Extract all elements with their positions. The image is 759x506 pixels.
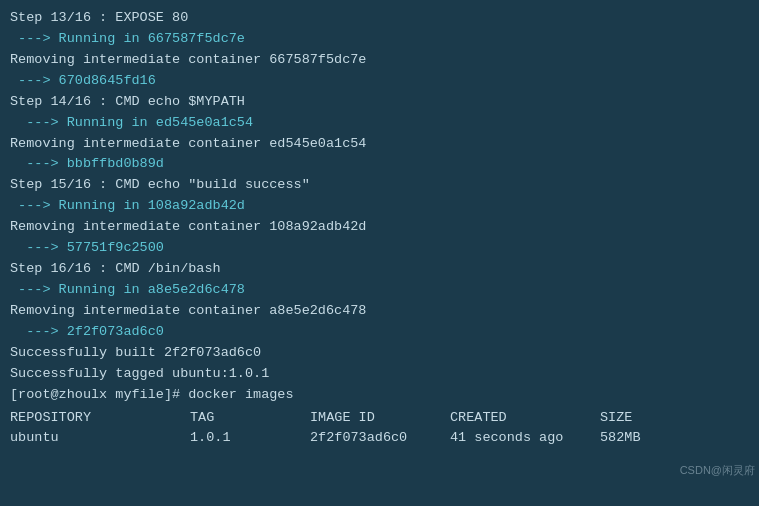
terminal-line: Step 14/16 : CMD echo $MYPATH	[10, 92, 749, 113]
step-label: Step 13/16 : EXPOSE 80	[10, 10, 188, 25]
arrow-line: ---> Running in a8e5e2d6c478	[10, 282, 245, 297]
cell-repository: ubuntu	[10, 428, 190, 449]
arrow-line: ---> bbbffbd0b89d	[10, 156, 164, 171]
terminal-line: ---> Running in a8e5e2d6c478	[10, 280, 749, 301]
arrow-line: ---> 670d8645fd16	[10, 73, 156, 88]
success-tagged-line: Successfully tagged ubuntu:1.0.1	[10, 366, 269, 381]
terminal-line: Step 13/16 : EXPOSE 80	[10, 8, 749, 29]
terminal-line: Step 16/16 : CMD /bin/bash	[10, 259, 749, 280]
terminal-line: ---> Running in 667587f5dc7e	[10, 29, 749, 50]
prompt-text: [root@zhoulx myfile]# docker images	[10, 387, 294, 402]
table-header-row: REPOSITORY TAG IMAGE ID CREATED SIZE	[10, 408, 749, 429]
terminal-line: Removing intermediate container a8e5e2d6…	[10, 301, 749, 322]
terminal-line: Removing intermediate container 108a92ad…	[10, 217, 749, 238]
terminal-prompt-line: [root@zhoulx myfile]# docker images	[10, 385, 749, 406]
cell-created: 41 seconds ago	[450, 428, 600, 449]
cell-size: 582MB	[600, 428, 680, 449]
col-header-tag: TAG	[190, 408, 310, 429]
terminal-line: Successfully built 2f2f073ad6c0	[10, 343, 749, 364]
terminal-line: Removing intermediate container 667587f5…	[10, 50, 749, 71]
arrow-line: ---> 57751f9c2500	[10, 240, 164, 255]
removing-line: Removing intermediate container 667587f5…	[10, 52, 366, 67]
cell-imageid: 2f2f073ad6c0	[310, 428, 450, 449]
watermark-text: CSDN@闲灵府	[680, 463, 755, 478]
success-built-line: Successfully built 2f2f073ad6c0	[10, 345, 261, 360]
arrow-line: ---> Running in ed545e0a1c54	[10, 115, 253, 130]
terminal-line: Removing intermediate container ed545e0a…	[10, 134, 749, 155]
terminal-line: ---> Running in 108a92adb42d	[10, 196, 749, 217]
col-header-imageid: IMAGE ID	[310, 408, 450, 429]
terminal-line: ---> Running in ed545e0a1c54	[10, 113, 749, 134]
step-label: Step 16/16 : CMD /bin/bash	[10, 261, 221, 276]
terminal-window: Step 13/16 : EXPOSE 80 ---> Running in 6…	[0, 0, 759, 506]
arrow-line: ---> Running in 667587f5dc7e	[10, 31, 245, 46]
cell-tag: 1.0.1	[190, 428, 310, 449]
removing-line: Removing intermediate container ed545e0a…	[10, 136, 366, 151]
terminal-line: ---> bbbffbd0b89d	[10, 154, 749, 175]
col-header-size: SIZE	[600, 408, 680, 429]
step-label: Step 14/16 : CMD echo $MYPATH	[10, 94, 245, 109]
col-header-repository: REPOSITORY	[10, 408, 190, 429]
removing-line: Removing intermediate container a8e5e2d6…	[10, 303, 366, 318]
terminal-line: ---> 57751f9c2500	[10, 238, 749, 259]
arrow-line: ---> 2f2f073ad6c0	[10, 324, 164, 339]
terminal-line: ---> 2f2f073ad6c0	[10, 322, 749, 343]
table-row: ubuntu 1.0.1 2f2f073ad6c0 41 seconds ago…	[10, 428, 749, 449]
removing-line: Removing intermediate container 108a92ad…	[10, 219, 366, 234]
terminal-line: ---> 670d8645fd16	[10, 71, 749, 92]
docker-images-table: REPOSITORY TAG IMAGE ID CREATED SIZE ubu…	[10, 408, 749, 450]
step-label: Step 15/16 : CMD echo "build success"	[10, 177, 310, 192]
arrow-line: ---> Running in 108a92adb42d	[10, 198, 245, 213]
terminal-line: Successfully tagged ubuntu:1.0.1	[10, 364, 749, 385]
col-header-created: CREATED	[450, 408, 600, 429]
terminal-line: Step 15/16 : CMD echo "build success"	[10, 175, 749, 196]
